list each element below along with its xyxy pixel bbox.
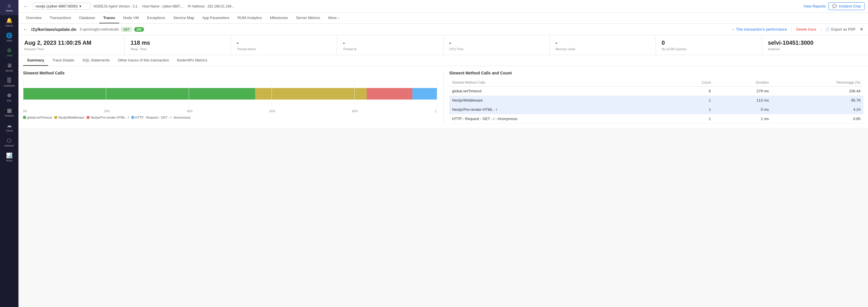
- stat-value-thread-id: -: [343, 39, 345, 46]
- stat-value-cpu-time: -: [449, 39, 451, 46]
- tab-database[interactable]: Database: [75, 13, 99, 23]
- tab-nodevm[interactable]: Node VM: [119, 13, 143, 23]
- sidebar-label-database: Database: [4, 84, 15, 87]
- sidebar-label-cloud: Cloud: [6, 129, 13, 132]
- legend-dot-2: [87, 116, 89, 119]
- sidebar-item-cloud[interactable]: ☁ Cloud: [0, 120, 19, 135]
- bar-segment-0: [23, 88, 255, 99]
- export-icon: 📄: [825, 27, 830, 31]
- transaction-path: /Zylker/aws/update.do: [31, 27, 76, 32]
- sidebar-label-server: Server: [5, 69, 13, 72]
- stat-label-thread-id: Thread Id: [343, 47, 356, 51]
- home-icon: ⌂: [8, 3, 11, 8]
- tab-milestones[interactable]: Milestones: [266, 13, 292, 23]
- stats-row: Aug 2, 2023 11:00:25 AM Request Time 118…: [19, 35, 868, 55]
- tab-service-map[interactable]: Service Map: [169, 13, 198, 23]
- sidebar: ⌂ Home 🔔 Alarms 🌐 Web ⚙ APM 🖥 Server 🗄 D…: [0, 0, 19, 307]
- legend-label-2: Nextjs/Pre-render-HTML - /: [91, 116, 129, 119]
- table-row: HTTP - Request - GET - / - Anonymous 1 1…: [449, 114, 864, 123]
- sidebar-item-vmware[interactable]: ▦ VMware: [0, 105, 19, 120]
- transaction-back-button[interactable]: ←: [23, 27, 28, 32]
- chat-icon: 💬: [832, 4, 837, 8]
- method-calls-label: 9 apminsight.methodcalls: [80, 27, 119, 31]
- col-header-duration: Duration: [714, 79, 772, 87]
- subtab-other-traces[interactable]: Other traces of this transaction: [114, 55, 173, 66]
- sidebar-item-rum[interactable]: 📊 RUM: [0, 150, 19, 165]
- tab-overview[interactable]: Overview: [22, 13, 45, 23]
- sidebar-item-network[interactable]: ⬡ Network: [0, 135, 19, 150]
- sidebar-label-home: Home: [6, 9, 13, 12]
- status-badge: 200: [134, 27, 144, 32]
- tab-app-parameters[interactable]: App Parameters: [198, 13, 234, 23]
- stat-db-queries: 0 No.of.DB Queries: [656, 35, 762, 55]
- col-header-percentage: Percentage (%): [772, 79, 863, 87]
- cloud-icon: ☁: [7, 123, 12, 128]
- vmware-icon: ▦: [7, 108, 12, 113]
- delete-trace-button[interactable]: Delete trace: [796, 27, 816, 31]
- tab-rum-analytics[interactable]: RUM Analytics: [234, 13, 266, 23]
- ip-address: IP Address : 192.168.01.184...: [188, 4, 234, 8]
- performance-link[interactable]: ← This transaction's performance: [731, 27, 787, 31]
- sidebar-label-network: Network: [4, 144, 14, 147]
- apm-icon: ⚙: [7, 48, 11, 53]
- app-selector[interactable]: nextjs (zylker-8887:8000) ▾: [33, 3, 91, 10]
- transaction-right: ← This transaction's performance | Delet…: [731, 27, 863, 32]
- sidebar-item-alarms[interactable]: 🔔 Alarms: [0, 15, 19, 30]
- sidebar-label-vmware: VMware: [4, 114, 14, 117]
- sidebar-label-alarms: Alarms: [5, 24, 13, 27]
- stat-label-memory-used: Memory Used: [556, 47, 575, 51]
- sub-tabs: Summary Trace Details SQL Statements Oth…: [19, 55, 868, 66]
- back-button[interactable]: ←: [22, 3, 30, 9]
- sidebar-item-web[interactable]: 🌐 Web: [0, 30, 19, 45]
- nav-tabs: Overview Transactions Database Traces No…: [19, 13, 868, 24]
- legend-label-0: global.setTimeout: [27, 116, 52, 119]
- tab-more[interactable]: More ↓: [324, 13, 344, 23]
- cell-name-1: Nextjs/Middleware: [449, 96, 668, 105]
- transaction-header: ← /Zylker/aws/update.do 9 apminsight.met…: [19, 24, 868, 35]
- chart-left: Slowest Method Calls: [23, 71, 443, 123]
- incident-chat-button[interactable]: 💬 Incident Chat: [829, 2, 865, 10]
- sidebar-item-server[interactable]: 🖥 Server: [0, 60, 19, 75]
- sidebar-item-k8s[interactable]: ☸ K8s: [0, 90, 19, 105]
- cell-name-0: global.setTimeout: [449, 87, 668, 96]
- cell-count-1: 1: [668, 96, 714, 105]
- main-content: ← nextjs (zylker-8887:8000) ▾ NODEJS Age…: [19, 0, 868, 307]
- stat-label-instance: Instance: [768, 47, 780, 51]
- cell-percentage-0: 236.44: [772, 87, 863, 96]
- tab-exceptions[interactable]: Exceptions: [143, 13, 169, 23]
- subtab-trace-details[interactable]: Trace Details: [48, 55, 78, 66]
- content-area: ← /Zylker/aws/update.do 9 apminsight.met…: [19, 24, 868, 307]
- transaction-left: ← /Zylker/aws/update.do 9 apminsight.met…: [23, 27, 144, 32]
- subtab-nodevm-metrics[interactable]: NodeVM's Metrics: [173, 55, 211, 66]
- table-title: Slowest Method Calls and Count: [449, 71, 864, 75]
- view-reports-button[interactable]: View Reports: [803, 4, 826, 8]
- bar-segment-2: [367, 88, 412, 99]
- cell-duration-1: 113 ms: [714, 96, 772, 105]
- cell-count-2: 1: [668, 105, 714, 114]
- stat-value-instance: selvi-10451:3000: [768, 39, 813, 46]
- stat-instance: selvi-10451:3000 Instance: [762, 35, 868, 55]
- table-row: Nextjs/Middleware 1 113 ms 95.76: [449, 96, 864, 105]
- sidebar-label-web: Web: [7, 39, 12, 42]
- k8s-icon: ☸: [7, 93, 11, 98]
- close-button[interactable]: ✕: [860, 27, 863, 32]
- subtab-summary[interactable]: Summary: [23, 55, 48, 66]
- stat-label-request-time: Request Time: [24, 47, 44, 51]
- tab-transactions[interactable]: Transactions: [45, 13, 75, 23]
- cell-duration-0: 279 ms: [714, 87, 772, 96]
- cell-name-2: Nextjs/Pre-render-HTML - /: [449, 105, 668, 114]
- stat-cpu-time: - CPU Time: [443, 35, 550, 55]
- cell-duration-2: 5 ms: [714, 105, 772, 114]
- legend-dot-1: [54, 116, 57, 119]
- sidebar-item-apm[interactable]: ⚙ APM: [0, 45, 19, 60]
- export-label: Export as PDF: [831, 27, 856, 31]
- chart-legend: global.setTimeout Nextjs/Middleware Next…: [23, 116, 437, 119]
- cell-name-3: HTTP - Request - GET - / - Anonymous: [449, 114, 668, 123]
- tab-server-metrics[interactable]: Server Metrics: [292, 13, 324, 23]
- export-pdf-button[interactable]: 📄 Export as PDF: [825, 27, 856, 31]
- sidebar-item-database[interactable]: 🗄 Database: [0, 75, 19, 90]
- subtab-sql-statements[interactable]: SQL Statements: [78, 55, 114, 66]
- tab-traces[interactable]: Traces: [99, 13, 119, 23]
- legend-label-3: HTTP - Request - GET - / - Anonymous: [135, 116, 191, 119]
- sidebar-item-home[interactable]: ⌂ Home: [0, 0, 19, 15]
